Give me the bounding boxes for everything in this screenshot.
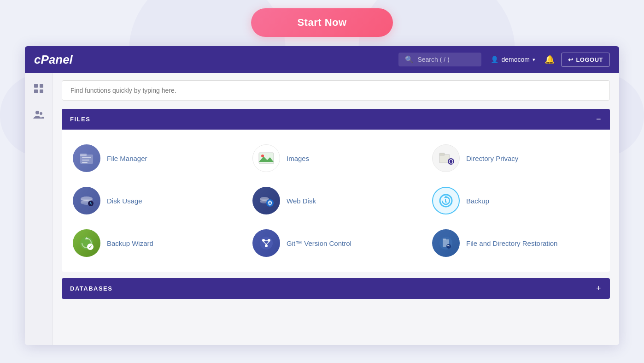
file-manager-item[interactable]: File Manager	[66, 137, 246, 179]
svg-point-47	[446, 244, 451, 249]
logout-icon: ↩	[568, 56, 574, 63]
user-icon: 👤	[491, 56, 498, 63]
svg-point-4	[35, 111, 39, 114]
grid-icon	[34, 83, 44, 94]
svg-point-40	[265, 244, 268, 247]
start-now-button[interactable]: Start Now	[251, 8, 392, 37]
databases-section: DATABASES +	[62, 278, 610, 299]
svg-rect-10	[82, 162, 88, 163]
images-icon	[252, 144, 280, 172]
svg-text:✓: ✓	[88, 244, 92, 250]
header-username: democom	[501, 56, 529, 63]
file-restore-item[interactable]: File and Directory Restoration	[426, 222, 605, 264]
file-restore-icon	[432, 229, 460, 257]
svg-rect-8	[82, 157, 91, 158]
users-icon	[33, 109, 44, 119]
logout-button[interactable]: ↩ LOGOUT	[561, 53, 610, 67]
cpanel-sidebar	[25, 73, 53, 345]
svg-rect-46	[443, 238, 446, 240]
svg-rect-7	[80, 154, 87, 156]
svg-rect-15	[439, 153, 445, 155]
files-section-header: FILES −	[62, 109, 610, 130]
svg-rect-31	[445, 199, 446, 202]
files-section-toggle[interactable]: −	[596, 114, 602, 124]
svg-rect-3	[40, 89, 43, 93]
directory-privacy-item[interactable]: Directory Privacy	[426, 137, 605, 179]
disk-usage-item[interactable]: Disk Usage	[66, 179, 246, 222]
svg-rect-32	[445, 202, 447, 202]
bell-icon[interactable]: 🔔	[544, 54, 555, 65]
git-icon	[252, 229, 280, 257]
logout-label: LOGOUT	[576, 56, 603, 63]
svg-rect-1	[40, 84, 43, 88]
svg-point-13	[261, 155, 264, 157]
disk-usage-icon	[73, 187, 100, 214]
svg-point-37	[260, 237, 273, 250]
git-label: Git™ Version Control	[287, 239, 351, 247]
backup-wizard-item[interactable]: ✓ Backup Wizard	[66, 222, 246, 264]
svg-rect-11	[259, 153, 274, 164]
file-manager-label: File Manager	[107, 155, 147, 162]
svg-point-5	[40, 112, 42, 115]
cpanel-body: FILES −	[25, 73, 619, 345]
backup-item[interactable]: Backup	[426, 179, 605, 222]
backup-label: Backup	[466, 197, 489, 205]
search-label: Search ( / )	[417, 56, 449, 63]
search-icon: 🔍	[405, 55, 414, 64]
files-section-title: FILES	[70, 116, 90, 123]
databases-section-title: DATABASES	[70, 285, 112, 292]
backup-icon	[432, 187, 460, 214]
svg-rect-2	[34, 89, 38, 93]
file-manager-icon	[73, 144, 100, 172]
sidebar-item-grid[interactable]	[29, 79, 48, 98]
databases-section-header: DATABASES +	[62, 278, 610, 299]
images-label: Images	[287, 155, 309, 162]
cpanel-main: FILES −	[53, 73, 619, 345]
cpanel-window: cPanel 🔍 Search ( / ) 👤 democom ▾ 🔔 ↩ LO…	[25, 46, 619, 345]
directory-privacy-label: Directory Privacy	[466, 155, 518, 162]
web-disk-icon	[252, 187, 280, 214]
svg-rect-9	[82, 160, 89, 161]
top-area: Start Now	[0, 0, 644, 46]
backup-wizard-label: Backup Wizard	[107, 239, 153, 247]
header-search[interactable]: 🔍 Search ( / )	[398, 53, 481, 66]
web-disk-label: Web Disk	[287, 197, 316, 205]
files-section: FILES −	[62, 109, 610, 272]
databases-section-toggle[interactable]: +	[596, 284, 602, 293]
images-item[interactable]: Images	[246, 137, 426, 179]
header-user[interactable]: 👤 democom ▾	[491, 56, 535, 63]
git-item[interactable]: Git™ Version Control	[246, 222, 426, 264]
files-section-body: File Manager Images	[62, 130, 610, 272]
cpanel-logo: cPanel	[34, 53, 73, 67]
cpanel-header: cPanel 🔍 Search ( / ) 👤 democom ▾ 🔔 ↩ LO…	[25, 46, 619, 73]
function-search-input[interactable]	[62, 80, 610, 101]
disk-usage-label: Disk Usage	[107, 197, 142, 205]
file-restore-label: File and Directory Restoration	[466, 239, 557, 247]
chevron-down-icon: ▾	[533, 57, 535, 63]
web-disk-item[interactable]: Web Disk	[246, 179, 426, 222]
backup-wizard-icon: ✓	[73, 229, 100, 257]
sidebar-item-users[interactable]	[29, 105, 48, 124]
svg-rect-0	[34, 84, 38, 88]
directory-privacy-icon	[432, 144, 460, 172]
